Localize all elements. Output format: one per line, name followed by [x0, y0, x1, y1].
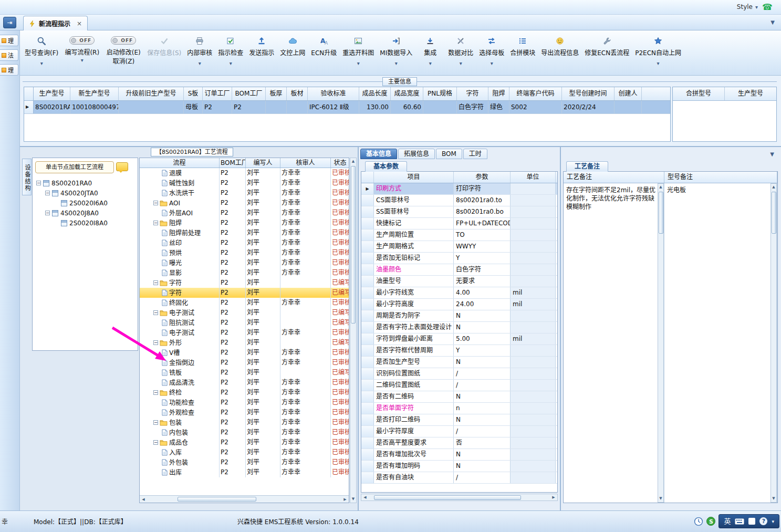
- toolbar-button-10[interactable]: 重选开料图▾: [340, 33, 377, 70]
- param-value-cell[interactable]: 8s00201ra0.bo: [454, 206, 511, 217]
- param-row[interactable]: ▶印刷方式打印字符: [361, 183, 557, 195]
- toolbar-button-1[interactable]: 型号查询(F)▾: [22, 33, 61, 70]
- param-row[interactable]: 是否高平整度要求否: [361, 437, 557, 449]
- flow-row[interactable]: 电子测试P2刘平方幸幸已审核: [140, 328, 349, 338]
- scroll-down-icon[interactable]: ▼: [658, 495, 663, 502]
- toolbar-button-6[interactable]: 指示检查▾: [215, 33, 246, 70]
- flow-row[interactable]: 阻焊前处理P2刘平方幸幸已审核: [140, 228, 349, 238]
- column-header[interactable]: 板厚: [266, 87, 287, 100]
- scroll-left-icon[interactable]: ◀: [140, 497, 147, 502]
- param-value-cell[interactable]: 打印字符: [454, 183, 511, 194]
- column-header[interactable]: BOM工厂: [220, 158, 246, 168]
- flow-row[interactable]: 金指倒边P2刘平方幸幸已审核: [140, 358, 349, 368]
- column-header[interactable]: 项目: [374, 172, 454, 183]
- toolbar-button-12[interactable]: 集成▾: [415, 33, 445, 70]
- flow-row[interactable]: 外观检查P2刘平方幸幸已审核: [140, 408, 349, 418]
- side-panel-tab-1[interactable]: 理: [0, 35, 18, 46]
- param-row[interactable]: 字符到焊盘最小距离5.00mil: [361, 333, 557, 345]
- input-method-icon[interactable]: S: [706, 517, 715, 526]
- collapse-icon[interactable]: −: [153, 310, 158, 315]
- chevron-down-icon[interactable]: ▾: [230, 60, 232, 69]
- phone-icon[interactable]: ☎: [762, 2, 773, 12]
- collapse-icon[interactable]: −: [45, 211, 50, 215]
- flow-row[interactable]: 水洗烘干P2刘平方幸幸已审核: [140, 188, 349, 198]
- param-value-cell[interactable]: N: [454, 449, 511, 460]
- column-header[interactable]: 流程: [140, 158, 220, 168]
- column-header[interactable]: 新生产型号: [70, 87, 119, 100]
- param-row[interactable]: 是否有增加批次号N: [361, 449, 557, 461]
- param-row[interactable]: 最小字符厚度/: [361, 426, 557, 437]
- flow-row[interactable]: 成品清洗P2刘平方幸幸已审核: [140, 378, 349, 388]
- scrollbar-thumb[interactable]: [772, 192, 776, 234]
- param-row[interactable]: 生产周期格式WWYY: [361, 241, 557, 253]
- chevron-down-icon[interactable]: ▾: [81, 57, 84, 66]
- chevron-down-icon[interactable]: ▾: [429, 60, 432, 69]
- style-picker[interactable]: Style▾: [737, 3, 758, 11]
- param-row[interactable]: 是否有自油块/: [361, 472, 557, 484]
- param-value-cell[interactable]: Y: [454, 345, 511, 356]
- flow-row[interactable]: −包装P2刘平方幸幸已审核: [140, 418, 349, 427]
- side-panel-tab-3[interactable]: 理: [0, 64, 18, 76]
- tree-node[interactable]: −4S0020J8A0: [34, 208, 137, 218]
- collapse-icon[interactable]: −: [153, 340, 158, 345]
- param-value-cell[interactable]: 5.00: [454, 333, 511, 345]
- tab-工时[interactable]: 工时: [463, 149, 487, 159]
- param-row[interactable]: SS面菲林号8s00201ra0.bo: [361, 206, 557, 218]
- collapse-icon[interactable]: −: [153, 221, 158, 225]
- column-header[interactable]: 成品长度: [359, 87, 391, 100]
- chevron-down-icon[interactable]: ▾: [40, 60, 43, 69]
- param-row[interactable]: 油墨颜色白色字符: [361, 264, 557, 276]
- column-header[interactable]: 型号创建时间: [562, 87, 615, 100]
- help-icon[interactable]: ?: [759, 517, 767, 525]
- scroll-down-icon[interactable]: ▼: [771, 495, 776, 502]
- toolbar-button-4[interactable]: 保存信息(S): [144, 33, 184, 70]
- flow-row[interactable]: 字符P2刘平已编写: [140, 288, 349, 298]
- param-row[interactable]: 是否打印二维码N: [361, 414, 557, 426]
- flow-row[interactable]: 阻抗测试P2刘平已编写: [140, 318, 349, 328]
- flow-vertical-scrollbar[interactable]: ▲ ▼: [350, 158, 357, 503]
- flow-row[interactable]: 入库P2刘平方幸幸已审核: [140, 447, 349, 457]
- collapse-icon[interactable]: −: [153, 280, 158, 285]
- tree-node[interactable]: 2S0020I6A0: [34, 198, 137, 208]
- flow-row[interactable]: −外形P2刘平已编写: [140, 338, 349, 348]
- nav-toggle-button[interactable]: ⇥: [3, 17, 16, 28]
- scroll-left-icon[interactable]: ◀: [361, 495, 369, 499]
- param-value-cell[interactable]: /: [454, 472, 511, 483]
- collapse-icon[interactable]: −: [153, 390, 158, 395]
- tab-基本信息[interactable]: 基本信息: [360, 149, 397, 159]
- param-row[interactable]: 是否有增加明码N: [361, 461, 557, 472]
- column-header-process-remark[interactable]: 工艺备注: [564, 172, 664, 183]
- param-row[interactable]: 是否字符框代替周期Y: [361, 345, 557, 357]
- param-value-cell[interactable]: Y: [454, 253, 511, 264]
- flow-row[interactable]: −AOIP2刘平方幸幸已审核: [140, 198, 349, 208]
- remark-vertical-scrollbar[interactable]: ▲ ▼: [770, 183, 777, 503]
- param-row[interactable]: CS面菲林号8s00201ra0.to: [361, 195, 557, 206]
- flow-row[interactable]: 显影P2刘平方幸幸已审核: [140, 268, 349, 278]
- chevron-down-icon[interactable]: ▾: [491, 60, 493, 69]
- tab-BOM[interactable]: BOM: [436, 149, 462, 159]
- param-row[interactable]: 识别码位置图纸/: [361, 368, 557, 380]
- tab-close-icon[interactable]: ×: [77, 20, 82, 27]
- param-value-cell[interactable]: 8s00201ra0.to: [454, 195, 511, 206]
- flow-row[interactable]: V槽P2刘平方幸幸已审核: [140, 348, 349, 358]
- chevron-down-icon[interactable]: ▼: [770, 19, 775, 25]
- column-header[interactable]: 验收标准: [308, 87, 359, 100]
- column-header[interactable]: PNL规格: [423, 87, 457, 100]
- tree-node[interactable]: 2S0020I8A0: [34, 218, 137, 228]
- column-header[interactable]: 阻焊: [488, 87, 509, 100]
- column-header[interactable]: 单位: [511, 172, 556, 183]
- toggle-off-switch[interactable]: OFF: [69, 36, 95, 45]
- param-value-cell[interactable]: 白色字符: [454, 264, 511, 275]
- flow-row[interactable]: 功能检查P2刘平方幸幸已审核: [140, 398, 349, 408]
- column-header[interactable]: 编写人: [246, 158, 280, 168]
- toolbar-button-13[interactable]: 数据对比▾: [445, 33, 476, 70]
- flow-row[interactable]: 丝印P2刘平方幸幸已审核: [140, 238, 349, 248]
- scroll-right-icon[interactable]: ▶: [341, 497, 349, 502]
- flow-row[interactable]: 内包装P2刘平方幸幸已审核: [140, 427, 349, 437]
- flow-row[interactable]: 曝光P2刘平方幸幸已审核: [140, 258, 349, 268]
- flow-row[interactable]: 终固化P2刘平方幸幸已审核: [140, 298, 349, 308]
- tree-node[interactable]: −8S00201RA0: [34, 178, 137, 188]
- scrollbar-thumb[interactable]: [351, 166, 356, 324]
- chevron-down-icon[interactable]: ▾: [395, 60, 398, 69]
- side-panel-tab-2[interactable]: 法: [0, 49, 18, 61]
